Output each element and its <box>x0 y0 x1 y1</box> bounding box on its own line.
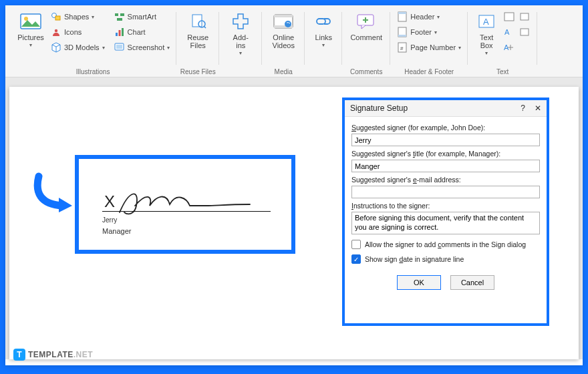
page-number-button[interactable]: # Page Number▾ <box>394 40 464 55</box>
text-extra-5[interactable] <box>517 25 533 39</box>
video-icon <box>273 11 294 32</box>
group-text: A Text Box▾ A A Text <box>468 8 537 77</box>
svg-rect-5 <box>115 13 118 16</box>
shapes-icon <box>51 11 61 22</box>
signer-role: Manager <box>102 227 131 235</box>
label-signer: Suggested signer (for example, John Doe)… <box>351 124 540 132</box>
annotation-arrow-left <box>33 172 79 214</box>
footer-icon <box>397 27 408 37</box>
svg-rect-28 <box>504 13 514 21</box>
input-title[interactable] <box>351 160 540 172</box>
online-videos-button[interactable]: Online Videos <box>266 8 301 52</box>
pictures-icon <box>20 11 41 32</box>
comment-button[interactable]: Comment <box>346 8 386 44</box>
checkbox-show-date[interactable]: ✓ Show sign date in signature line <box>351 254 540 264</box>
svg-text:A: A <box>504 28 510 36</box>
svg-rect-31 <box>521 13 529 20</box>
svg-text:#: # <box>400 45 404 51</box>
3d-models-button[interactable]: 3D Models▾ <box>48 40 108 55</box>
header-button[interactable]: Header▾ <box>394 9 464 24</box>
smartart-button[interactable]: SmartArt <box>112 9 173 24</box>
shapes-button[interactable]: Shapes▾ <box>48 9 108 24</box>
svg-rect-9 <box>118 30 120 36</box>
svg-rect-6 <box>120 13 124 16</box>
svg-rect-12 <box>116 45 122 49</box>
text-extra-1[interactable] <box>501 9 517 24</box>
label-title: Suggested signer's title (for example, M… <box>351 150 540 158</box>
signature-underline <box>102 211 271 212</box>
links-button[interactable]: Links▾ <box>309 8 338 51</box>
signature-x: X <box>104 192 115 211</box>
input-email[interactable] <box>351 186 540 198</box>
watermark: T TEMPLATE.NET <box>13 349 93 361</box>
group-illustrations: Pictures▾ Shapes▾ Icons 3D Models▾ <box>9 8 176 77</box>
input-signer[interactable] <box>351 134 540 146</box>
smartart-icon <box>114 11 125 22</box>
group-addins: Add- ins▾ <box>219 8 262 77</box>
chart-button[interactable]: Chart <box>112 25 173 39</box>
checkbox-allow-comments[interactable]: Allow the signer to add comments in the … <box>351 240 540 249</box>
icons-icon <box>51 27 61 37</box>
screenshot-icon <box>114 42 125 53</box>
footer-button[interactable]: Footer▾ <box>394 25 464 39</box>
svg-rect-10 <box>122 28 124 36</box>
group-label: Illustrations <box>9 68 176 75</box>
pictures-button[interactable]: Pictures▾ <box>13 8 48 55</box>
svg-rect-3 <box>55 16 60 20</box>
text-box-icon: A <box>476 11 497 32</box>
signer-name: Jerry <box>102 216 117 224</box>
ribbon: Pictures▾ Shapes▾ Icons 3D Models▾ <box>5 5 583 77</box>
group-header-footer: Header▾ Footer▾ # Page Number▾ Header & … <box>390 8 468 77</box>
screenshot-button[interactable]: Screenshot▾ <box>112 40 173 55</box>
dialog-titlebar[interactable]: Signature Setup ? ✕ <box>345 100 547 117</box>
text-extra-3[interactable]: A <box>501 40 517 55</box>
group-reuse: Reuse Files Reuse Files <box>176 8 219 77</box>
svg-rect-7 <box>117 18 122 21</box>
handwritten-signature <box>116 186 270 219</box>
link-icon <box>313 11 334 32</box>
signature-setup-dialog: Signature Setup ? ✕ Suggested signer (fo… <box>342 98 549 326</box>
close-icon[interactable]: ✕ <box>535 104 541 113</box>
checkbox-icon <box>351 240 361 249</box>
label-instructions: Instructions to the signer: <box>351 202 540 210</box>
checkbox-checked-icon: ✓ <box>351 254 361 264</box>
addins-button[interactable]: Add- ins▾ <box>223 8 258 59</box>
chart-icon <box>114 27 125 37</box>
svg-text:A: A <box>483 17 489 27</box>
text-box-button[interactable]: A Text Box▾ <box>472 8 501 59</box>
svg-rect-23 <box>398 35 406 37</box>
reuse-files-button[interactable]: Reuse Files <box>180 8 215 52</box>
svg-rect-16 <box>274 15 293 17</box>
cancel-button[interactable]: Cancel <box>450 275 494 290</box>
group-comments: Comment Comments <box>342 8 390 77</box>
svg-point-18 <box>285 21 291 27</box>
comment-icon <box>355 11 377 32</box>
text-extra-2[interactable]: A <box>501 25 517 39</box>
group-media: Online Videos Media <box>262 8 305 77</box>
help-icon[interactable]: ? <box>521 104 525 113</box>
reuse-files-icon <box>187 11 208 32</box>
label-email: Suggested signer's e-mail address: <box>351 176 540 184</box>
svg-rect-8 <box>116 33 118 36</box>
header-icon <box>397 11 408 22</box>
watermark-badge: T <box>13 349 25 361</box>
document-canvas: X Jerry Manager Signature Setup ? ✕ Sugg… <box>5 77 583 359</box>
svg-point-4 <box>55 29 57 32</box>
svg-rect-21 <box>398 12 406 14</box>
page-number-icon: # <box>397 42 408 53</box>
addins-icon <box>230 11 251 32</box>
app-window: Pictures▾ Shapes▾ Icons 3D Models▾ <box>5 5 583 365</box>
ok-button[interactable]: OK <box>397 275 441 290</box>
icons-button[interactable]: Icons <box>48 25 108 39</box>
text-extra-4[interactable] <box>517 9 533 24</box>
cube-icon <box>51 42 61 53</box>
group-links: Links▾ <box>305 8 342 77</box>
chevron-down-icon: ▾ <box>29 43 32 49</box>
signature-line-frame[interactable]: X Jerry Manager <box>75 155 295 254</box>
textarea-instructions[interactable] <box>351 212 540 234</box>
document-page[interactable]: X Jerry Manager Signature Setup ? ✕ Sugg… <box>9 87 579 359</box>
dialog-title: Signature Setup <box>350 104 408 113</box>
svg-rect-32 <box>521 29 529 35</box>
